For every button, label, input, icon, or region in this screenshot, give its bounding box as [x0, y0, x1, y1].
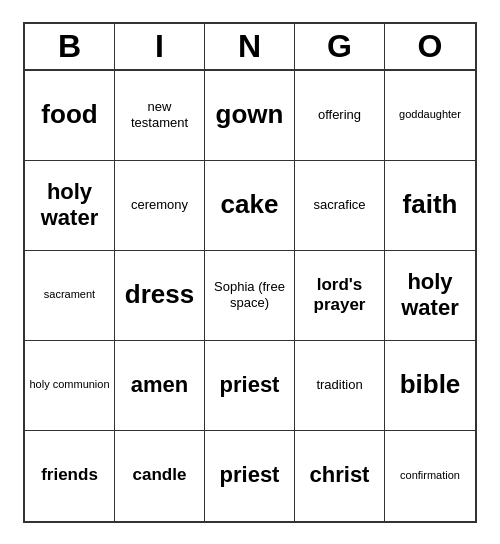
bingo-header: BINGO — [25, 24, 475, 71]
cell-text: sacrament — [44, 288, 95, 301]
bingo-grid: foodnew testamentgownofferinggoddaughter… — [25, 71, 475, 521]
bingo-cell: sacrafice — [295, 161, 385, 251]
bingo-cell: amen — [115, 341, 205, 431]
bingo-cell: confirmation — [385, 431, 475, 521]
bingo-cell: gown — [205, 71, 295, 161]
cell-text: food — [41, 99, 97, 130]
header-letter: O — [385, 24, 475, 69]
cell-text: priest — [220, 372, 280, 398]
cell-text: amen — [131, 372, 188, 398]
bingo-cell: friends — [25, 431, 115, 521]
bingo-cell: dress — [115, 251, 205, 341]
cell-text: cake — [221, 189, 279, 220]
bingo-cell: holy water — [25, 161, 115, 251]
bingo-cell: sacrament — [25, 251, 115, 341]
bingo-cell: priest — [205, 431, 295, 521]
bingo-cell: candle — [115, 431, 205, 521]
cell-text: holy water — [389, 269, 471, 322]
header-letter: G — [295, 24, 385, 69]
cell-text: friends — [41, 465, 98, 485]
cell-text: candle — [133, 465, 187, 485]
cell-text: tradition — [316, 377, 362, 393]
bingo-cell: ceremony — [115, 161, 205, 251]
bingo-cell: food — [25, 71, 115, 161]
cell-text: priest — [220, 462, 280, 488]
bingo-cell: Sophia (free space) — [205, 251, 295, 341]
bingo-cell: new testament — [115, 71, 205, 161]
bingo-cell: faith — [385, 161, 475, 251]
cell-text: new testament — [119, 99, 200, 130]
bingo-cell: lord's prayer — [295, 251, 385, 341]
bingo-cell: priest — [205, 341, 295, 431]
bingo-cell: offering — [295, 71, 385, 161]
cell-text: Sophia (free space) — [209, 279, 290, 310]
header-letter: B — [25, 24, 115, 69]
bingo-cell: holy communion — [25, 341, 115, 431]
cell-text: confirmation — [400, 469, 460, 482]
cell-text: ceremony — [131, 197, 188, 213]
cell-text: holy communion — [29, 378, 109, 391]
bingo-cell: goddaughter — [385, 71, 475, 161]
header-letter: I — [115, 24, 205, 69]
bingo-cell: holy water — [385, 251, 475, 341]
cell-text: gown — [216, 99, 284, 130]
cell-text: lord's prayer — [299, 275, 380, 316]
cell-text: dress — [125, 279, 194, 310]
cell-text: faith — [403, 189, 458, 220]
bingo-cell: cake — [205, 161, 295, 251]
header-letter: N — [205, 24, 295, 69]
bingo-card: BINGO foodnew testamentgownofferinggodda… — [23, 22, 477, 523]
cell-text: bible — [400, 369, 461, 400]
bingo-cell: christ — [295, 431, 385, 521]
bingo-cell: bible — [385, 341, 475, 431]
cell-text: offering — [318, 107, 361, 123]
cell-text: holy water — [29, 179, 110, 232]
cell-text: sacrafice — [313, 197, 365, 213]
cell-text: goddaughter — [399, 108, 461, 121]
cell-text: christ — [310, 462, 370, 488]
bingo-cell: tradition — [295, 341, 385, 431]
